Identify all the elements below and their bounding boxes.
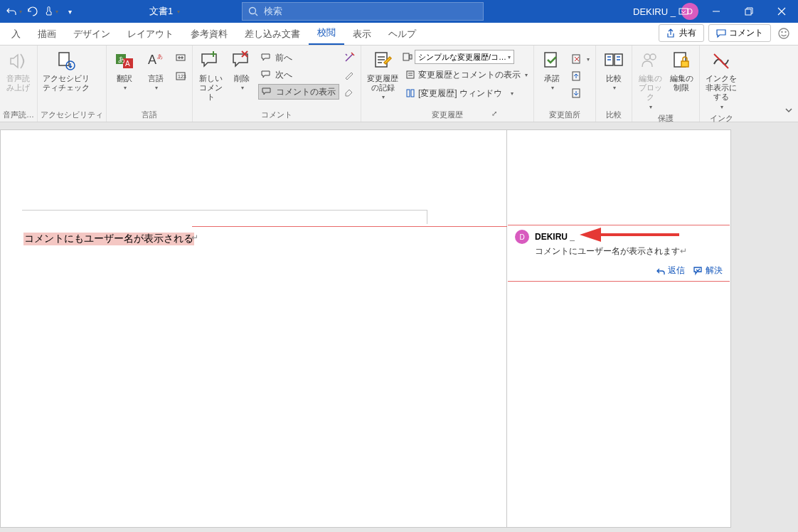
search-box[interactable]: 検索 [242, 2, 484, 21]
group-tracking: 変更履歴の記録▾ シンプルな変更履歴/コ…▾ 変更履歴とコメントの表示▾ [変更… [361, 46, 534, 122]
hide-ink-button[interactable]: インクを非表示にする▾ [703, 48, 740, 112]
annotation-arrow [580, 225, 679, 246]
tab-view[interactable]: 表示 [344, 23, 380, 45]
accessibility-check-button[interactable]: アクセシビリティチェック [41, 48, 92, 94]
tab-references[interactable]: 参考資料 [182, 23, 236, 45]
svg-rect-32 [681, 61, 688, 67]
svg-point-3 [779, 28, 789, 38]
compare-button[interactable]: 比較▾ [599, 48, 629, 93]
new-comment-button[interactable]: 新しいコメント [196, 48, 225, 104]
svg-point-4 [782, 31, 782, 32]
previous-comment-button[interactable]: 前へ [258, 50, 339, 65]
restrict-editing-button[interactable]: 編集の制限 [666, 48, 696, 94]
svg-text:A: A [148, 53, 156, 67]
window-controls [667, 0, 798, 23]
update-ime-button[interactable] [172, 51, 189, 67]
prev-icon [261, 53, 272, 63]
accept-icon [541, 50, 563, 73]
next-icon [261, 70, 272, 80]
group-changes: 承諾▾ ▾ 変更箇所 [534, 46, 596, 122]
tab-insert[interactable]: 入 [3, 23, 29, 45]
group-compare: 比較▾ 比較 [596, 46, 632, 122]
show-comments-button[interactable]: コメントの表示 [258, 84, 339, 100]
resolve-button[interactable]: 解決 [693, 265, 723, 277]
group-accessibility: アクセシビリティチェック アクセシビリティ [38, 46, 107, 122]
tab-draw[interactable]: 描画 [29, 23, 65, 45]
document-title[interactable]: 文書1▾ [149, 5, 180, 18]
tab-design[interactable]: デザイン [65, 23, 119, 45]
reject-button[interactable]: ▾ [568, 51, 592, 67]
ink-comment-button[interactable] [341, 50, 358, 65]
read-aloud-button[interactable]: 音声読み上げ [3, 48, 33, 94]
close-button[interactable] [765, 0, 798, 23]
svg-point-30 [650, 54, 656, 60]
track-changes-button[interactable]: 変更履歴の記録▾ [364, 48, 401, 102]
ribbon-tabs: 入 描画 デザイン レイアウト 参考資料 差し込み文書 校閲 表示 ヘルプ 共有… [0, 23, 798, 46]
tracking-dialog-launcher[interactable]: ⤢ [491, 110, 500, 117]
group-language: あA 翻訳▾ Aあ 言語▾ 123 言語 [107, 46, 193, 122]
reviewing-pane-button[interactable]: [変更履歴] ウィンドウ▾ [403, 85, 531, 101]
comments-button[interactable]: コメント [708, 24, 771, 42]
touch-mode-button[interactable]: ▾ [43, 3, 60, 20]
reply-button[interactable]: 返信 [656, 265, 685, 277]
tab-mailings[interactable]: 差し込み文書 [236, 23, 309, 45]
svg-rect-19 [410, 55, 412, 59]
accessibility-icon [55, 50, 78, 73]
show-markup-button[interactable]: 変更履歴とコメントの表示▾ [403, 67, 531, 83]
share-button[interactable]: 共有 [659, 24, 704, 42]
redo-button[interactable] [24, 3, 41, 20]
pen-button[interactable] [341, 67, 358, 83]
tab-review[interactable]: 校閲 [309, 22, 344, 45]
comment-body: コメントにユーザー名が表示されます↵ [535, 245, 723, 257]
svg-point-0 [250, 8, 256, 14]
commented-text[interactable]: コメントにもユーザー名が表示される [23, 233, 194, 245]
comment-connector [192, 226, 507, 227]
accept-button[interactable]: 承諾▾ [537, 48, 567, 93]
quick-access-toolbar: ▾ ▾ ▾ [0, 3, 78, 20]
group-protect: 編集のブロック▾ 編集の制限 保護 [632, 46, 700, 122]
next-comment-button[interactable]: 次へ [258, 67, 339, 83]
display-for-review-combo[interactable]: シンプルな変更履歴/コ…▾ [415, 50, 514, 64]
ribbon-display-button[interactable] [667, 0, 700, 23]
tab-help[interactable]: ヘルプ [380, 23, 425, 45]
comment-icon [716, 28, 726, 38]
svg-rect-6 [59, 53, 69, 65]
translate-icon: あA [113, 50, 136, 73]
next-change-button[interactable] [568, 85, 592, 101]
block-authors-button: 編集のブロック▾ [635, 48, 665, 112]
collapse-ribbon-button[interactable] [784, 105, 794, 117]
paragraph-mark: ↵ [191, 233, 198, 243]
comment-author: DEKIRU _ [535, 232, 575, 242]
show-comments-icon [262, 87, 273, 97]
delete-comment-button[interactable]: 削除▾ [227, 48, 257, 93]
reply-icon [656, 266, 666, 276]
svg-point-5 [785, 31, 786, 32]
track-changes-icon [371, 50, 394, 73]
feedback-button[interactable] [775, 25, 792, 42]
delete-comment-icon [230, 50, 253, 73]
eraser-button[interactable] [341, 84, 358, 100]
undo-button[interactable]: ▾ [6, 3, 23, 20]
document-page[interactable]: コメントにもユーザー名が表示される ↵ [0, 129, 507, 528]
tab-layout[interactable]: レイアウト [119, 23, 182, 45]
svg-rect-22 [411, 90, 414, 97]
qat-customize[interactable]: ▾ [61, 3, 78, 20]
minimize-button[interactable] [700, 0, 733, 23]
previous-change-button[interactable] [568, 68, 592, 84]
comment-avatar: D [515, 230, 529, 244]
search-icon [248, 6, 258, 16]
language-button[interactable]: Aあ 言語▾ [141, 48, 171, 93]
svg-rect-20 [407, 71, 414, 78]
svg-rect-21 [407, 90, 410, 97]
document-area: コメントにもユーザー名が表示される ↵ D DEKIRU _ コメントにユーザー… [0, 122, 798, 532]
svg-rect-24 [573, 55, 580, 63]
svg-text:123: 123 [178, 74, 186, 79]
translate-button[interactable]: あA 翻訳▾ [110, 48, 139, 93]
group-speech: 音声読み上げ 音声読… [0, 46, 38, 122]
word-count-button[interactable]: 123 [172, 68, 189, 84]
maximize-button[interactable] [733, 0, 765, 23]
ribbon: 音声読み上げ 音声読… アクセシビリティチェック アクセシビリティ あA 翻訳▾… [0, 46, 798, 122]
svg-text:あ: あ [157, 53, 163, 60]
new-comment-icon [199, 50, 222, 73]
ink-icon [710, 50, 733, 73]
